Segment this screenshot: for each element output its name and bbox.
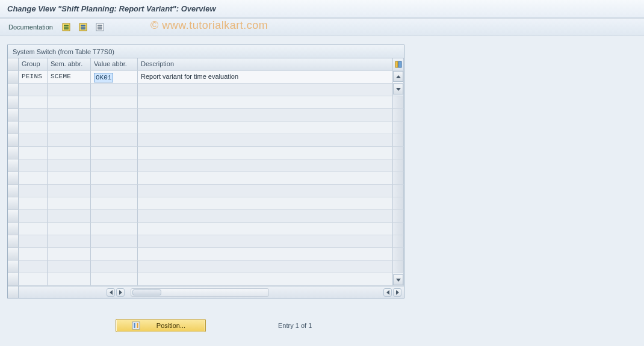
svg-rect-9 xyxy=(98,25,102,26)
cell-val[interactable] xyxy=(91,134,138,147)
table-row[interactable] xyxy=(8,159,404,172)
scroll-down-end-button[interactable] xyxy=(393,274,403,285)
cell-desc xyxy=(138,122,393,134)
vscroll-track[interactable] xyxy=(393,235,403,247)
cell-val[interactable] xyxy=(91,147,138,159)
vscroll-track[interactable] xyxy=(393,223,403,235)
cell-val[interactable] xyxy=(91,159,138,172)
row-handle[interactable] xyxy=(8,122,19,134)
row-handle[interactable] xyxy=(8,273,19,286)
table-row[interactable]: PEINS SCEME OK01 Report variant for time… xyxy=(8,71,404,84)
table-row[interactable] xyxy=(8,235,404,248)
row-handle[interactable] xyxy=(8,71,19,84)
table-row[interactable] xyxy=(8,84,404,96)
table-row[interactable] xyxy=(8,147,404,159)
col-header-group[interactable]: Group xyxy=(19,58,48,71)
vscroll-track[interactable] xyxy=(393,96,403,108)
row-handle[interactable] xyxy=(8,147,19,159)
cell-sem xyxy=(48,235,91,248)
col-header-desc[interactable]: Description xyxy=(138,58,393,71)
table-config-button[interactable] xyxy=(393,58,404,71)
cell-desc xyxy=(138,248,393,261)
vscroll-track[interactable] xyxy=(393,261,403,273)
config-list-icon[interactable] xyxy=(94,21,106,33)
vscroll-track[interactable] xyxy=(393,159,403,171)
row-handle[interactable] xyxy=(8,172,19,185)
table-row[interactable] xyxy=(8,122,404,134)
value-input[interactable]: OK01 xyxy=(94,73,113,82)
table-row[interactable] xyxy=(8,273,404,286)
table-row[interactable] xyxy=(8,248,404,261)
scroll-down-button[interactable] xyxy=(393,84,403,94)
table-row[interactable] xyxy=(8,197,404,210)
row-handle[interactable] xyxy=(8,185,19,197)
vscroll-segment xyxy=(393,210,404,223)
vscroll-track[interactable] xyxy=(393,210,403,222)
hscroll-right-button-2[interactable] xyxy=(393,288,401,297)
hscroll-thumb[interactable] xyxy=(132,289,161,295)
table-row[interactable] xyxy=(8,172,404,185)
row-handle[interactable] xyxy=(8,159,19,172)
select-all-icon[interactable] xyxy=(60,21,72,33)
cell-val[interactable] xyxy=(91,122,138,134)
deselect-all-icon[interactable] xyxy=(77,21,89,33)
cell-val[interactable] xyxy=(91,210,138,223)
svg-rect-13 xyxy=(398,61,401,67)
cell-val[interactable] xyxy=(91,223,138,235)
row-handle[interactable] xyxy=(8,197,19,210)
documentation-button[interactable]: Documentation xyxy=(6,22,55,32)
hscroll-left-button[interactable] xyxy=(107,288,115,297)
cell-val[interactable]: OK01 xyxy=(91,71,138,84)
position-button[interactable]: Position... xyxy=(116,319,206,332)
vscroll-segment xyxy=(393,109,404,122)
cell-desc xyxy=(138,109,393,122)
table-row[interactable] xyxy=(8,96,404,109)
table-row[interactable] xyxy=(8,185,404,197)
row-handle[interactable] xyxy=(8,84,19,96)
cell-sem xyxy=(48,96,91,109)
cell-val[interactable] xyxy=(91,235,138,248)
table-row[interactable] xyxy=(8,210,404,223)
cell-val[interactable] xyxy=(91,185,138,197)
row-handle[interactable] xyxy=(8,134,19,147)
cell-sem xyxy=(48,159,91,172)
row-handle[interactable] xyxy=(8,223,19,235)
vscroll-track[interactable] xyxy=(393,197,403,209)
cell-val[interactable] xyxy=(91,261,138,273)
position-icon xyxy=(131,321,141,330)
table-row[interactable] xyxy=(8,261,404,273)
cell-val[interactable] xyxy=(91,96,138,109)
col-header-val[interactable]: Value abbr. xyxy=(91,58,138,71)
table-row[interactable] xyxy=(8,134,404,147)
col-header-sem[interactable]: Sem. abbr. xyxy=(48,58,91,71)
hscroll-right-button[interactable] xyxy=(116,288,125,297)
hscroll-track[interactable] xyxy=(131,288,269,297)
hscroll-left-button-2[interactable] xyxy=(383,288,392,297)
cell-val[interactable] xyxy=(91,197,138,210)
vscroll-track[interactable] xyxy=(393,134,403,146)
grid: Group Sem. abbr. Value abbr. Description… xyxy=(8,58,404,286)
row-handle[interactable] xyxy=(8,96,19,109)
vscroll-track[interactable] xyxy=(393,248,403,260)
cell-val[interactable] xyxy=(91,273,138,286)
cell-val[interactable] xyxy=(91,84,138,96)
cell-val[interactable] xyxy=(91,172,138,185)
table-row[interactable] xyxy=(8,109,404,122)
svg-rect-7 xyxy=(81,28,85,29)
row-handle[interactable] xyxy=(8,248,19,261)
vscroll-track[interactable] xyxy=(393,122,403,134)
vscroll-track[interactable] xyxy=(393,185,403,197)
table-row[interactable] xyxy=(8,223,404,235)
row-handle[interactable] xyxy=(8,210,19,223)
cell-val[interactable] xyxy=(91,248,138,261)
row-handle[interactable] xyxy=(8,261,19,273)
panel-title: System Switch (from Table T77S0) xyxy=(8,45,404,58)
row-handle[interactable] xyxy=(8,235,19,248)
cell-val[interactable] xyxy=(91,109,138,122)
vscroll-track[interactable] xyxy=(393,172,403,184)
scroll-up-button[interactable] xyxy=(393,71,403,82)
vscroll-track[interactable] xyxy=(393,147,403,159)
vscroll-track[interactable] xyxy=(393,109,403,121)
cell-desc xyxy=(138,147,393,159)
row-handle[interactable] xyxy=(8,109,19,122)
